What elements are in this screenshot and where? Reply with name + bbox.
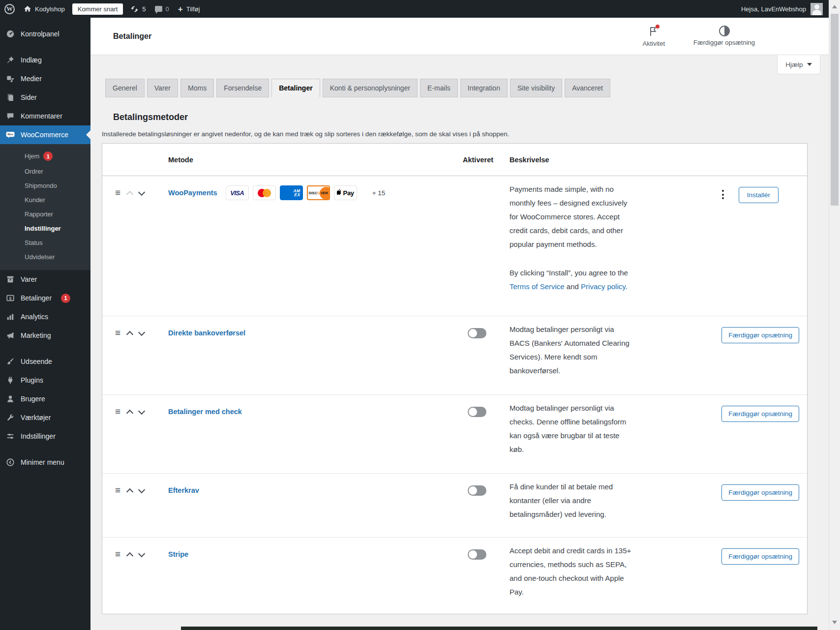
sidebar-item-indstillinger-main[interactable]: Indstillinger (0, 427, 90, 446)
tab-site-visibility[interactable]: Site visibility (510, 79, 562, 97)
submenu-item-ordrer[interactable]: Ordrer (0, 164, 90, 179)
enable-toggle[interactable] (468, 328, 486, 338)
mastercard-card-icon (253, 185, 276, 200)
tab-moms[interactable]: Moms (180, 79, 214, 97)
move-up-icon[interactable] (126, 191, 133, 198)
plugins-icon (5, 375, 15, 385)
setup-progress-icon (719, 26, 730, 36)
tab-e-mails[interactable]: E-mails (420, 79, 458, 97)
method-line: WooPaymentsVISAAMEXDISCOVERPay+ 15 (168, 183, 463, 202)
sidebar-item-analytics[interactable]: Analytics (0, 307, 90, 326)
payment-method-link[interactable]: Betalinger med check (168, 408, 242, 416)
sidebar-item-marketing[interactable]: Marketing (0, 326, 90, 345)
user-avatar[interactable] (810, 3, 823, 15)
tab-varer[interactable]: Varer (147, 79, 178, 97)
enabled-cell (463, 316, 505, 394)
move-down-icon[interactable] (138, 408, 145, 415)
coming-soon-badge[interactable]: Kommer snart (72, 3, 123, 15)
tab-konti-personoplysninger[interactable]: Konti & personoplysninger (323, 79, 418, 97)
submenu-item-rapporter[interactable]: Rapporter (0, 207, 90, 221)
submenu-item-shipmondo[interactable]: Shipmondo (0, 179, 90, 193)
submenu-item-udvidelser[interactable]: Udvidelser (0, 250, 90, 264)
scrollbar-thumb[interactable] (831, 14, 839, 206)
privacy-policy-link[interactable]: Privacy policy (581, 282, 626, 291)
sidebar-item-label: Sider (21, 93, 37, 101)
add-new-menu[interactable]: + Tilføj (174, 0, 205, 18)
move-up-icon[interactable] (126, 331, 133, 338)
method-cell: Efterkrav (161, 474, 463, 537)
terms-of-service-link[interactable]: Terms of Service (510, 282, 565, 291)
plus-icon: + (178, 5, 183, 13)
sidebar-item-varer[interactable]: Varer (0, 270, 90, 289)
move-down-icon[interactable] (138, 189, 145, 196)
sidebar-item-medier[interactable]: Medier (0, 69, 90, 88)
submenu-item-kunder[interactable]: Kunder (0, 193, 90, 207)
settings-tabs: GenerelVarerMomsForsendelseBetalingerKon… (105, 79, 829, 97)
install-button[interactable]: Installér (739, 187, 779, 203)
sidebar-item-kontrolpanel[interactable]: Kontrolpanel (0, 25, 90, 43)
sidebar-item-udseende[interactable]: Udseende (0, 352, 90, 371)
finish-setup-button[interactable]: Færdiggør opsætning (721, 484, 799, 501)
sidebar-item-betalinger[interactable]: $Betalinger1 (0, 289, 90, 307)
options-menu-icon[interactable] (720, 187, 726, 202)
tab-avanceret[interactable]: Avanceret (565, 79, 610, 97)
drag-handle[interactable]: ≡ (115, 407, 120, 417)
wordpress-logo-menu[interactable]: W (0, 0, 19, 18)
sidebar-item-kommentarer[interactable]: Kommentarer (0, 107, 90, 125)
comments-link[interactable]: 0 (150, 0, 174, 18)
payment-method-link[interactable]: Direkte bankoverførsel (168, 329, 245, 337)
drag-handle[interactable]: ≡ (115, 328, 120, 338)
sidebar-item-label: Varer (21, 275, 37, 283)
sidebar-item-indlaeg[interactable]: Indlæg (0, 51, 90, 69)
move-down-icon[interactable] (138, 329, 145, 336)
finish-setup-button[interactable]: Færdiggør opsætning (721, 548, 799, 565)
scroll-up-arrow[interactable] (832, 5, 837, 8)
finish-setup-button[interactable]: Færdiggør opsætning (721, 327, 799, 343)
sidebar-item-plugins[interactable]: Plugins (0, 371, 90, 390)
site-name: Kodylshop (35, 5, 65, 13)
scroll-down-arrow[interactable] (832, 621, 837, 624)
drag-handle[interactable]: ≡ (115, 485, 120, 495)
submenu-item-label: Hjem (25, 152, 39, 160)
tab-forsendelse[interactable]: Forsendelse (216, 79, 269, 97)
tab-betalinger[interactable]: Betalinger (271, 79, 320, 97)
analytics-icon (5, 312, 15, 322)
move-up-icon[interactable] (126, 552, 133, 559)
more-methods-count: + 15 (372, 189, 386, 197)
svg-text:$: $ (9, 296, 11, 301)
sidebar-item-vaerktoejer[interactable]: Værktøjer (0, 408, 90, 427)
submenu-item-hjem[interactable]: Hjem1 (0, 148, 90, 164)
move-up-icon[interactable] (126, 488, 133, 495)
move-up-icon[interactable] (126, 410, 133, 417)
enable-toggle[interactable] (468, 407, 486, 417)
action-cell: Færdiggør opsætning (647, 474, 807, 537)
payment-method-link[interactable]: Efterkrav (168, 486, 199, 494)
finish-setup-header-button[interactable]: Færdiggør opsætning (693, 26, 755, 47)
page-scrollbar[interactable] (829, 0, 840, 630)
column-header-method: Metode (161, 156, 463, 164)
enable-toggle[interactable] (468, 549, 486, 560)
sidebar-item-sider[interactable]: Sider (0, 88, 90, 107)
tab-generel[interactable]: Generel (105, 79, 145, 97)
enable-toggle[interactable] (468, 485, 486, 496)
activity-button[interactable]: Aktivitet (642, 26, 665, 47)
payment-method-link[interactable]: Stripe (168, 550, 188, 558)
submenu-item-indstillinger[interactable]: Indstillinger (0, 221, 90, 236)
payment-method-link[interactable]: WooPayments (168, 189, 217, 197)
sidebar-item-minimer-menu[interactable]: Minimer menu (0, 453, 90, 472)
sidebar-item-brugere[interactable]: Brugere (0, 390, 90, 408)
site-link[interactable]: Kodylshop (19, 0, 69, 18)
submenu-item-status[interactable]: Status (0, 236, 90, 250)
move-down-icon[interactable] (138, 486, 145, 493)
sort-controls: ≡ (102, 395, 161, 473)
tab-integration[interactable]: Integration (460, 79, 508, 97)
updates-link[interactable]: 5 (126, 0, 150, 18)
help-button[interactable]: Hjælp (777, 55, 820, 74)
drag-handle[interactable]: ≡ (115, 188, 120, 198)
enabled-cell (463, 474, 505, 537)
drag-handle[interactable]: ≡ (115, 549, 120, 559)
finish-setup-button[interactable]: Færdiggør opsætning (721, 406, 799, 422)
move-down-icon[interactable] (138, 550, 145, 557)
user-greeting[interactable]: Hejsa, LavEnWebshop (741, 5, 806, 13)
sidebar-item-woocommerce[interactable]: WooWooCommerce (0, 125, 90, 144)
